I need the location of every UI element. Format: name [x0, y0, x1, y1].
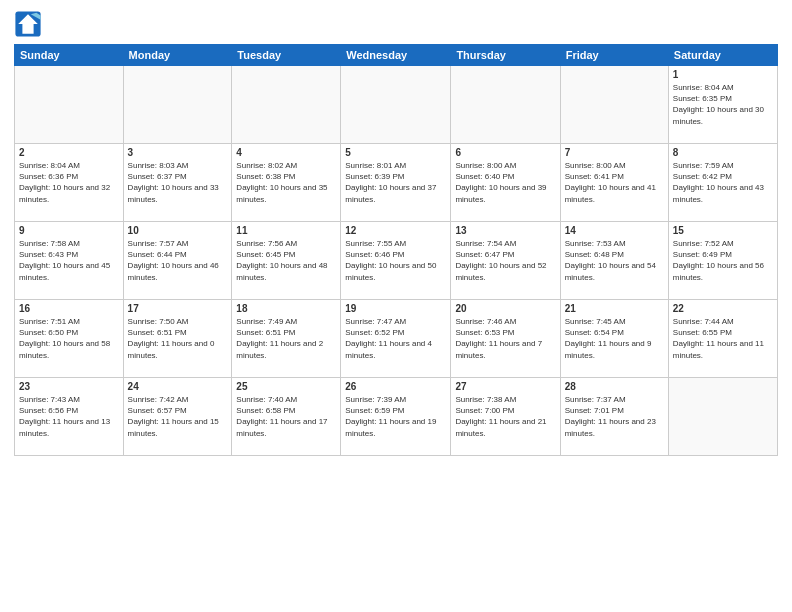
calendar-cell: 8Sunrise: 7:59 AM Sunset: 6:42 PM Daylig… [668, 144, 777, 222]
day-number: 23 [19, 381, 119, 392]
calendar-week-2: 9Sunrise: 7:58 AM Sunset: 6:43 PM Daylig… [15, 222, 778, 300]
calendar-week-3: 16Sunrise: 7:51 AM Sunset: 6:50 PM Dayli… [15, 300, 778, 378]
day-info: Sunrise: 7:37 AM Sunset: 7:01 PM Dayligh… [565, 394, 664, 439]
day-number: 28 [565, 381, 664, 392]
calendar-cell [668, 378, 777, 456]
day-number: 1 [673, 69, 773, 80]
calendar-header-monday: Monday [123, 45, 232, 66]
calendar-cell: 4Sunrise: 8:02 AM Sunset: 6:38 PM Daylig… [232, 144, 341, 222]
calendar-cell [341, 66, 451, 144]
calendar-week-0: 1Sunrise: 8:04 AM Sunset: 6:35 PM Daylig… [15, 66, 778, 144]
calendar-header-friday: Friday [560, 45, 668, 66]
calendar-cell: 21Sunrise: 7:45 AM Sunset: 6:54 PM Dayli… [560, 300, 668, 378]
day-info: Sunrise: 7:39 AM Sunset: 6:59 PM Dayligh… [345, 394, 446, 439]
day-number: 11 [236, 225, 336, 236]
calendar-header-tuesday: Tuesday [232, 45, 341, 66]
day-info: Sunrise: 7:46 AM Sunset: 6:53 PM Dayligh… [455, 316, 555, 361]
day-number: 3 [128, 147, 228, 158]
calendar-header-sunday: Sunday [15, 45, 124, 66]
calendar-cell: 28Sunrise: 7:37 AM Sunset: 7:01 PM Dayli… [560, 378, 668, 456]
day-info: Sunrise: 7:53 AM Sunset: 6:48 PM Dayligh… [565, 238, 664, 283]
day-info: Sunrise: 8:04 AM Sunset: 6:36 PM Dayligh… [19, 160, 119, 205]
day-info: Sunrise: 7:40 AM Sunset: 6:58 PM Dayligh… [236, 394, 336, 439]
day-number: 5 [345, 147, 446, 158]
calendar-cell: 26Sunrise: 7:39 AM Sunset: 6:59 PM Dayli… [341, 378, 451, 456]
calendar-cell [123, 66, 232, 144]
day-number: 24 [128, 381, 228, 392]
calendar-week-1: 2Sunrise: 8:04 AM Sunset: 6:36 PM Daylig… [15, 144, 778, 222]
calendar-cell: 22Sunrise: 7:44 AM Sunset: 6:55 PM Dayli… [668, 300, 777, 378]
day-info: Sunrise: 7:38 AM Sunset: 7:00 PM Dayligh… [455, 394, 555, 439]
calendar-week-4: 23Sunrise: 7:43 AM Sunset: 6:56 PM Dayli… [15, 378, 778, 456]
calendar-cell: 6Sunrise: 8:00 AM Sunset: 6:40 PM Daylig… [451, 144, 560, 222]
day-number: 27 [455, 381, 555, 392]
day-number: 13 [455, 225, 555, 236]
day-info: Sunrise: 7:55 AM Sunset: 6:46 PM Dayligh… [345, 238, 446, 283]
calendar-header-thursday: Thursday [451, 45, 560, 66]
calendar-cell: 12Sunrise: 7:55 AM Sunset: 6:46 PM Dayli… [341, 222, 451, 300]
day-number: 19 [345, 303, 446, 314]
calendar-cell: 2Sunrise: 8:04 AM Sunset: 6:36 PM Daylig… [15, 144, 124, 222]
calendar-cell: 24Sunrise: 7:42 AM Sunset: 6:57 PM Dayli… [123, 378, 232, 456]
page: SundayMondayTuesdayWednesdayThursdayFrid… [0, 0, 792, 612]
calendar-cell: 16Sunrise: 7:51 AM Sunset: 6:50 PM Dayli… [15, 300, 124, 378]
calendar-header-saturday: Saturday [668, 45, 777, 66]
calendar-cell: 19Sunrise: 7:47 AM Sunset: 6:52 PM Dayli… [341, 300, 451, 378]
day-number: 9 [19, 225, 119, 236]
calendar-cell: 7Sunrise: 8:00 AM Sunset: 6:41 PM Daylig… [560, 144, 668, 222]
calendar-cell: 1Sunrise: 8:04 AM Sunset: 6:35 PM Daylig… [668, 66, 777, 144]
calendar-cell: 25Sunrise: 7:40 AM Sunset: 6:58 PM Dayli… [232, 378, 341, 456]
day-info: Sunrise: 8:04 AM Sunset: 6:35 PM Dayligh… [673, 82, 773, 127]
logo-icon [14, 10, 42, 38]
day-info: Sunrise: 7:42 AM Sunset: 6:57 PM Dayligh… [128, 394, 228, 439]
day-number: 16 [19, 303, 119, 314]
day-number: 10 [128, 225, 228, 236]
header [14, 10, 778, 38]
day-info: Sunrise: 8:01 AM Sunset: 6:39 PM Dayligh… [345, 160, 446, 205]
day-number: 4 [236, 147, 336, 158]
day-number: 14 [565, 225, 664, 236]
day-number: 18 [236, 303, 336, 314]
calendar-header-row: SundayMondayTuesdayWednesdayThursdayFrid… [15, 45, 778, 66]
day-info: Sunrise: 7:49 AM Sunset: 6:51 PM Dayligh… [236, 316, 336, 361]
day-info: Sunrise: 8:03 AM Sunset: 6:37 PM Dayligh… [128, 160, 228, 205]
logo [14, 10, 46, 38]
day-number: 15 [673, 225, 773, 236]
day-info: Sunrise: 8:00 AM Sunset: 6:41 PM Dayligh… [565, 160, 664, 205]
calendar-cell: 14Sunrise: 7:53 AM Sunset: 6:48 PM Dayli… [560, 222, 668, 300]
day-number: 17 [128, 303, 228, 314]
day-info: Sunrise: 7:45 AM Sunset: 6:54 PM Dayligh… [565, 316, 664, 361]
day-number: 26 [345, 381, 446, 392]
day-number: 2 [19, 147, 119, 158]
day-number: 7 [565, 147, 664, 158]
day-number: 21 [565, 303, 664, 314]
calendar-cell [560, 66, 668, 144]
calendar-cell [451, 66, 560, 144]
day-info: Sunrise: 7:57 AM Sunset: 6:44 PM Dayligh… [128, 238, 228, 283]
day-info: Sunrise: 7:51 AM Sunset: 6:50 PM Dayligh… [19, 316, 119, 361]
day-number: 25 [236, 381, 336, 392]
day-info: Sunrise: 7:43 AM Sunset: 6:56 PM Dayligh… [19, 394, 119, 439]
day-info: Sunrise: 8:02 AM Sunset: 6:38 PM Dayligh… [236, 160, 336, 205]
day-info: Sunrise: 7:58 AM Sunset: 6:43 PM Dayligh… [19, 238, 119, 283]
calendar-header-wednesday: Wednesday [341, 45, 451, 66]
day-info: Sunrise: 7:54 AM Sunset: 6:47 PM Dayligh… [455, 238, 555, 283]
calendar-cell [232, 66, 341, 144]
day-info: Sunrise: 7:44 AM Sunset: 6:55 PM Dayligh… [673, 316, 773, 361]
day-info: Sunrise: 7:56 AM Sunset: 6:45 PM Dayligh… [236, 238, 336, 283]
day-number: 12 [345, 225, 446, 236]
calendar-cell: 20Sunrise: 7:46 AM Sunset: 6:53 PM Dayli… [451, 300, 560, 378]
day-info: Sunrise: 7:47 AM Sunset: 6:52 PM Dayligh… [345, 316, 446, 361]
calendar-cell: 9Sunrise: 7:58 AM Sunset: 6:43 PM Daylig… [15, 222, 124, 300]
calendar-cell: 11Sunrise: 7:56 AM Sunset: 6:45 PM Dayli… [232, 222, 341, 300]
calendar-cell: 27Sunrise: 7:38 AM Sunset: 7:00 PM Dayli… [451, 378, 560, 456]
calendar-cell: 5Sunrise: 8:01 AM Sunset: 6:39 PM Daylig… [341, 144, 451, 222]
day-number: 8 [673, 147, 773, 158]
day-info: Sunrise: 7:59 AM Sunset: 6:42 PM Dayligh… [673, 160, 773, 205]
calendar-cell: 18Sunrise: 7:49 AM Sunset: 6:51 PM Dayli… [232, 300, 341, 378]
day-number: 20 [455, 303, 555, 314]
calendar-cell: 10Sunrise: 7:57 AM Sunset: 6:44 PM Dayli… [123, 222, 232, 300]
day-number: 22 [673, 303, 773, 314]
calendar-cell: 13Sunrise: 7:54 AM Sunset: 6:47 PM Dayli… [451, 222, 560, 300]
calendar-cell: 17Sunrise: 7:50 AM Sunset: 6:51 PM Dayli… [123, 300, 232, 378]
